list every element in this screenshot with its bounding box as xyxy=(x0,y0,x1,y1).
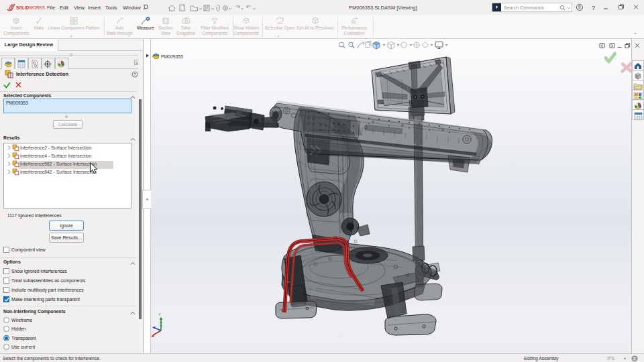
svg-text:PM009353: PM009353 xyxy=(161,54,183,59)
svg-text:?: ? xyxy=(592,5,595,11)
svg-text:Y: Y xyxy=(158,312,161,316)
svg-text:Interference842 - Surface Inte: Interference842 - Surface Intersection xyxy=(20,170,97,174)
svg-text:SOLIDWORKS: SOLIDWORKS xyxy=(16,5,45,10)
svg-text:Interference4 - Surface Inters: Interference4 - Surface Intersection xyxy=(20,154,92,158)
svg-text:Interference2 - Surface Inters: Interference2 - Surface Intersection xyxy=(20,145,92,150)
svg-text:?: ? xyxy=(133,72,136,76)
svg-text:Interference562 - Surface Inte: Interference562 - Surface Intersection xyxy=(20,162,97,166)
